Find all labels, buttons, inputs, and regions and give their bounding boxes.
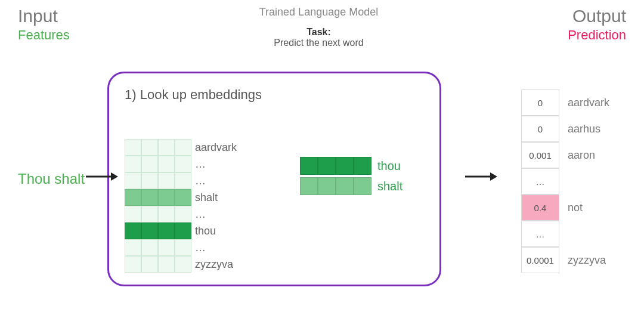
embedding-cell bbox=[175, 172, 191, 189]
arrow-right-icon bbox=[85, 171, 119, 183]
output-cell: … bbox=[521, 221, 559, 247]
output-row: 0aarhus bbox=[521, 116, 627, 142]
embedding-cell bbox=[158, 239, 175, 256]
embedding-cell bbox=[125, 172, 141, 189]
output-row: … bbox=[521, 221, 627, 247]
embedding-cell bbox=[125, 223, 141, 239]
embedding-cell bbox=[175, 239, 191, 256]
lookup-row-label: shalt bbox=[377, 180, 402, 193]
embedding-cell bbox=[141, 256, 158, 273]
embedding-row-label: … bbox=[195, 158, 206, 171]
output-cell: 0.001 bbox=[521, 142, 559, 168]
output-cell: 0 bbox=[521, 89, 559, 116]
embedding-cell bbox=[125, 239, 141, 256]
lookup-row-cells bbox=[300, 177, 371, 195]
embedding-cell bbox=[125, 189, 141, 206]
task-label: Task: bbox=[259, 27, 378, 38]
embedding-row-cells bbox=[125, 139, 191, 156]
embedding-row: aardvark bbox=[125, 139, 237, 156]
embedding-cell bbox=[158, 156, 175, 172]
svg-marker-1 bbox=[111, 172, 118, 181]
embedding-row-label: zyzzyva bbox=[195, 258, 233, 271]
embedding-row-cells bbox=[125, 189, 191, 206]
embedding-row: … bbox=[125, 172, 237, 189]
embedding-cell bbox=[141, 156, 158, 172]
embedding-row-cells bbox=[125, 256, 191, 273]
embedding-row-cells bbox=[125, 223, 191, 239]
lookup-cell bbox=[318, 177, 336, 195]
lookup-cell bbox=[300, 177, 318, 195]
embedding-row-label: … bbox=[195, 175, 206, 187]
embedding-row-label: shalt bbox=[195, 191, 218, 204]
output-title: Output bbox=[568, 6, 626, 26]
embedding-cell bbox=[175, 206, 191, 223]
arrow-model-to-output bbox=[464, 171, 499, 185]
output-cell: … bbox=[521, 168, 559, 194]
embedding-cell bbox=[141, 239, 158, 256]
embedding-row: … bbox=[125, 156, 237, 172]
model-box: 1) Look up embeddings aardvark……shalt…th… bbox=[107, 72, 441, 286]
embedding-cell bbox=[141, 172, 158, 189]
embedding-row-label: thou bbox=[195, 225, 216, 237]
output-row: 0.001aaron bbox=[521, 142, 627, 168]
embedding-row-cells bbox=[125, 239, 191, 256]
arrow-right-icon bbox=[464, 171, 499, 183]
embedding-cell bbox=[125, 206, 141, 223]
lookup-cell bbox=[354, 177, 371, 195]
embedding-cell bbox=[158, 206, 175, 223]
embedding-cell bbox=[158, 189, 175, 206]
input-subtitle: Features bbox=[18, 27, 70, 43]
lookup-row: shalt bbox=[300, 177, 402, 195]
lookup-row-label: thou bbox=[377, 159, 401, 173]
embedding-cell bbox=[158, 256, 175, 273]
output-heading-block: Output Prediction bbox=[568, 6, 626, 48]
output-row-label: aardvark bbox=[568, 97, 627, 109]
output-row-label: zyzzyva bbox=[568, 254, 627, 267]
svg-marker-3 bbox=[490, 172, 497, 181]
lookup-cell bbox=[336, 157, 354, 175]
output-row-label: aarhus bbox=[568, 123, 627, 135]
embedding-row-label: aardvark bbox=[195, 141, 237, 154]
embedding-cell bbox=[158, 223, 175, 239]
output-cell: 0.0001 bbox=[521, 247, 559, 273]
embedding-cell bbox=[158, 139, 175, 156]
input-heading-block: Input Features bbox=[18, 6, 70, 48]
output-subtitle: Prediction bbox=[568, 27, 626, 43]
output-row: 0aardvark bbox=[521, 89, 627, 116]
model-title: Trained Language Model bbox=[259, 6, 378, 18]
lookup-row: thou bbox=[300, 157, 402, 175]
embedding-cell bbox=[158, 172, 175, 189]
header-row: Input Features Trained Language Model Ta… bbox=[0, 0, 644, 48]
embedding-cell bbox=[141, 189, 158, 206]
output-row-label: not bbox=[568, 202, 627, 214]
embedding-row-cells bbox=[125, 156, 191, 172]
output-row: 0.4not bbox=[521, 194, 627, 221]
input-title: Input bbox=[18, 6, 70, 26]
embedding-cell bbox=[175, 156, 191, 172]
input-text-content: Thou shalt bbox=[18, 171, 85, 187]
embedding-row-label: … bbox=[195, 208, 206, 221]
embedding-row: … bbox=[125, 206, 237, 223]
embedding-row-cells bbox=[125, 206, 191, 223]
embedding-cell bbox=[125, 139, 141, 156]
embedding-cell bbox=[141, 223, 158, 239]
output-distribution: 0aardvark0aarhus0.001aaron…0.4not…0.0001… bbox=[521, 89, 627, 273]
embedding-cell bbox=[125, 256, 141, 273]
embedding-cell bbox=[175, 223, 191, 239]
lookup-cell bbox=[318, 157, 336, 175]
embedding-row-cells bbox=[125, 172, 191, 189]
lookup-cell bbox=[336, 177, 354, 195]
embedding-row: thou bbox=[125, 223, 237, 239]
output-cell-highlight: 0.4 bbox=[521, 194, 559, 221]
embedding-row: shalt bbox=[125, 189, 237, 206]
output-row: … bbox=[521, 168, 627, 194]
embedding-row: zyzzyva bbox=[125, 256, 237, 273]
embedding-row-label: … bbox=[195, 242, 206, 254]
output-cell: 0 bbox=[521, 116, 559, 142]
embedding-row: … bbox=[125, 239, 237, 256]
arrow-input-to-model bbox=[85, 171, 119, 185]
lookup-cell bbox=[300, 157, 318, 175]
embedding-cell bbox=[175, 256, 191, 273]
output-row-label: aaron bbox=[568, 149, 627, 162]
task-description: Predict the next word bbox=[259, 38, 378, 48]
